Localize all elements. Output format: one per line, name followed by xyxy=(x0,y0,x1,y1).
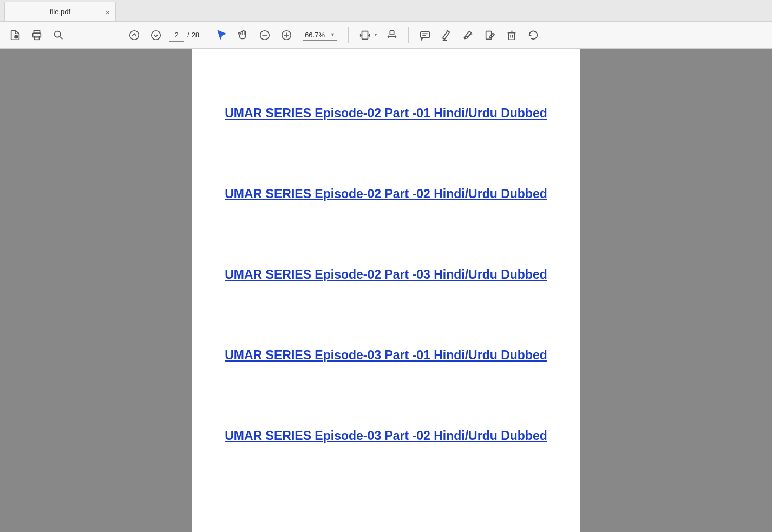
rotate-button[interactable] xyxy=(522,24,544,46)
fit-width-button[interactable] xyxy=(381,24,403,46)
chevron-down-icon[interactable]: ▼ xyxy=(374,32,378,37)
zoom-value: 66.7% xyxy=(305,31,325,39)
zoom-select[interactable]: 66.7% ▼ xyxy=(303,30,337,41)
separator xyxy=(348,27,349,43)
page-separator: / xyxy=(187,31,189,39)
edit-button[interactable] xyxy=(479,24,501,46)
pdf-page: UMAR SERIES Episode-02 Part -01 Hindi/Ur… xyxy=(192,49,580,532)
episode-link[interactable]: UMAR SERIES Episode-02 Part -03 Hindi/Ur… xyxy=(225,267,547,281)
delete-button[interactable] xyxy=(501,24,522,46)
svg-line-5 xyxy=(60,36,63,39)
link-item: UMAR SERIES Episode-03 Part -01 Hindi/Ur… xyxy=(225,345,547,366)
hand-tool-button[interactable] xyxy=(232,24,254,46)
highlight-button[interactable] xyxy=(436,24,457,46)
select-tool-button[interactable] xyxy=(211,24,232,46)
tab-title: file.pdf xyxy=(50,8,70,16)
link-item: UMAR SERIES Episode-02 Part -02 Hindi/Ur… xyxy=(225,183,547,205)
next-page-button[interactable] xyxy=(145,24,167,46)
svg-rect-23 xyxy=(508,32,514,40)
svg-point-7 xyxy=(152,30,161,40)
close-icon[interactable]: × xyxy=(105,7,110,16)
svg-rect-13 xyxy=(362,31,368,39)
comment-button[interactable] xyxy=(414,24,436,46)
episode-link[interactable]: UMAR SERIES Episode-03 Part -02 Hindi/Ur… xyxy=(225,429,547,443)
chevron-down-icon: ▼ xyxy=(330,32,335,37)
svg-point-4 xyxy=(55,31,61,37)
separator xyxy=(408,27,409,43)
link-item: UMAR SERIES Episode-02 Part -03 Hindi/Ur… xyxy=(225,264,547,285)
zoom-in-button[interactable] xyxy=(276,24,297,46)
separator xyxy=(205,27,205,43)
episode-link[interactable]: UMAR SERIES Episode-02 Part -02 Hindi/Ur… xyxy=(225,187,547,201)
link-item: UMAR SERIES Episode-02 Part -01 Hindi/Ur… xyxy=(225,103,547,124)
svg-rect-18 xyxy=(421,31,430,37)
scroll-mode-button[interactable] xyxy=(354,24,376,46)
svg-rect-0 xyxy=(15,35,18,38)
svg-point-6 xyxy=(130,30,139,40)
svg-rect-3 xyxy=(34,36,39,39)
tab-file[interactable]: file.pdf × xyxy=(4,2,116,21)
page-number-input[interactable] xyxy=(169,29,184,42)
save-button[interactable] xyxy=(4,24,26,46)
link-item: UMAR SERIES Episode-03 Part -02 Hindi/Ur… xyxy=(225,425,547,446)
episode-link[interactable]: UMAR SERIES Episode-03 Part -01 Hindi/Ur… xyxy=(225,348,547,362)
svg-rect-16 xyxy=(390,30,394,34)
episode-link[interactable]: UMAR SERIES Episode-02 Part -01 Hindi/Ur… xyxy=(225,106,547,120)
page-total: 28 xyxy=(192,31,199,39)
document-viewer[interactable]: UMAR SERIES Episode-02 Part -01 Hindi/Ur… xyxy=(0,49,772,532)
draw-button[interactable] xyxy=(457,24,479,46)
tab-bar: file.pdf × xyxy=(0,0,772,22)
zoom-out-button[interactable] xyxy=(254,24,276,46)
print-button[interactable] xyxy=(26,24,48,46)
prev-page-button[interactable] xyxy=(123,24,145,46)
toolbar: / 28 66.7% ▼ ▼ xyxy=(0,22,772,49)
search-button[interactable] xyxy=(48,24,69,46)
